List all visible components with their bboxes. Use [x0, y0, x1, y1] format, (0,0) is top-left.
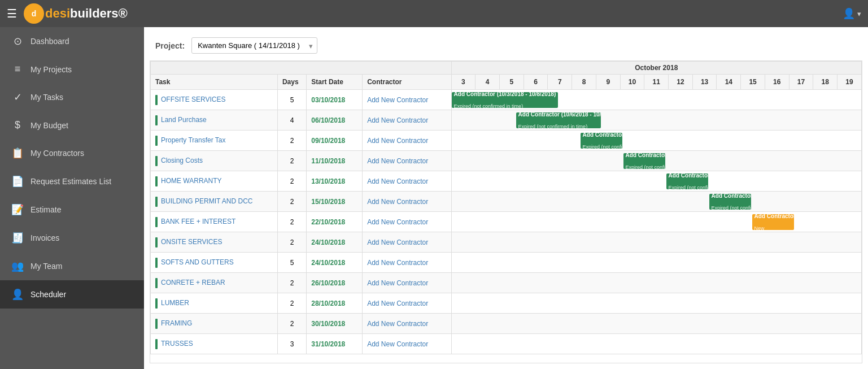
gantt-bar[interactable]: Add Contractor (10/1Expired (not confirm…: [623, 153, 665, 169]
gantt-bar[interactable]: Add Contractor (10/1New: [752, 214, 794, 230]
content-area: Project: Kwanten Square ( 14/11/2018 ) ▾: [144, 27, 868, 369]
logo-text: desibuilders®: [45, 6, 128, 21]
user-dropdown-arrow: ▾: [857, 10, 861, 18]
days-cell: 3: [277, 334, 306, 354]
task-name-cell: TRUSSES: [151, 334, 278, 354]
start-date-cell: 31/10/2018: [307, 334, 363, 354]
contractor-cell[interactable]: Add New Contractor: [363, 253, 451, 273]
day-12: 12: [669, 75, 693, 90]
table-row: OFFSITE SERVICES503/10/2018Add New Contr…: [151, 90, 862, 110]
start-date-cell: 28/10/2018: [307, 293, 363, 314]
sidebar-item-estimate[interactable]: 📝 Estimate: [0, 196, 144, 224]
scheduler-icon: 👤: [11, 288, 24, 301]
start-date-cell: 03/10/2018: [307, 90, 363, 110]
gantt-bar[interactable]: Add Contractor (10/3/2018 - 10/8/2018)Ex…: [452, 92, 558, 108]
day-15: 15: [741, 75, 765, 90]
sidebar-item-label: My Tasks: [30, 93, 63, 102]
month-header: October 2018: [451, 62, 861, 75]
start-date-cell: 11/10/2018: [307, 151, 363, 171]
days-cell: 2: [277, 151, 306, 171]
table-row: ONSITE SERVICES224/10/2018Add New Contra…: [151, 232, 862, 253]
user-menu[interactable]: 👤 ▾: [843, 7, 861, 20]
project-select[interactable]: Kwanten Square ( 14/11/2018 ): [191, 37, 317, 54]
gantt-bar[interactable]: Add Contractor (10/9Expired (not confirm…: [581, 133, 622, 149]
days-cell: 2: [277, 192, 306, 212]
contractor-cell[interactable]: Add New Contractor: [363, 110, 451, 131]
sidebar-item-label: Invoices: [30, 233, 59, 242]
contractor-cell[interactable]: Add New Contractor: [363, 151, 451, 171]
days-cell: 5: [277, 90, 306, 110]
gantt-row-cell: Add Contractor (10/9Expired (not confirm…: [451, 131, 861, 151]
start-date-cell: 09/10/2018: [307, 131, 363, 151]
gantt-bar[interactable]: Add Contractor (10/1Expired (not confirm…: [666, 173, 708, 189]
sidebar-item-scheduler[interactable]: 👤 Scheduler: [0, 280, 144, 309]
day-16: 16: [765, 75, 789, 90]
day-7: 7: [548, 75, 572, 90]
sidebar-item-label: My Contractors: [30, 149, 84, 158]
estimate-icon: 📝: [11, 203, 24, 216]
tasks-icon: ✓: [11, 91, 24, 103]
task-name-cell: FRAMING: [151, 314, 278, 334]
project-select-wrapper[interactable]: Kwanten Square ( 14/11/2018 ) ▾: [191, 37, 317, 54]
contractor-cell[interactable]: Add New Contractor: [363, 334, 451, 354]
gantt-row-cell: [451, 273, 861, 293]
sidebar-item-label: Dashboard: [30, 37, 69, 46]
project-header: Project: Kwanten Square ( 14/11/2018 ) ▾: [144, 27, 868, 60]
sidebar-item-label: My Projects: [30, 65, 72, 74]
sidebar-item-label: Request Estimates List: [30, 177, 111, 186]
day-6: 6: [524, 75, 548, 90]
table-row: Closing Costs211/10/2018Add New Contract…: [151, 151, 862, 171]
contractor-cell[interactable]: Add New Contractor: [363, 314, 451, 334]
task-name-cell: BANK FEE + INTEREST: [151, 212, 278, 232]
contractors-icon: 📋: [11, 147, 24, 159]
sidebar-item-my-tasks[interactable]: ✓ My Tasks: [0, 83, 144, 111]
logo: d desibuilders®: [24, 3, 128, 24]
projects-icon: ≡: [11, 63, 24, 75]
contractor-cell[interactable]: Add New Contractor: [363, 212, 451, 232]
contractor-cell[interactable]: Add New Contractor: [363, 273, 451, 293]
start-date-cell: 15/10/2018: [307, 192, 363, 212]
sidebar-item-dashboard[interactable]: ⊙ Dashboard: [0, 27, 144, 55]
sidebar-item-my-contractors[interactable]: 📋 My Contractors: [0, 139, 144, 167]
table-row: SOFTS AND GUTTERS524/10/2018Add New Cont…: [151, 253, 862, 273]
contractor-cell[interactable]: Add New Contractor: [363, 192, 451, 212]
contractor-cell[interactable]: Add New Contractor: [363, 90, 451, 110]
hamburger-icon[interactable]: ☰: [7, 7, 17, 20]
invoices-icon: 🧾: [11, 232, 24, 244]
day-18: 18: [813, 75, 838, 90]
sidebar-item-invoices[interactable]: 🧾 Invoices: [0, 224, 144, 252]
contractor-cell[interactable]: Add New Contractor: [363, 293, 451, 314]
contractor-cell[interactable]: Add New Contractor: [363, 131, 451, 151]
table-row: FRAMING230/10/2018Add New Contractor: [151, 314, 862, 334]
sidebar-item-request-estimates[interactable]: 📄 Request Estimates List: [0, 167, 144, 196]
gantt-row-cell: Add Contractor (10/1Expired (not confirm…: [451, 192, 861, 212]
estimates-icon: 📄: [11, 175, 24, 188]
sidebar-item-my-budget[interactable]: $ My Budget: [0, 111, 144, 139]
task-name-cell: OFFSITE SERVICES: [151, 90, 278, 110]
contractor-cell[interactable]: Add New Contractor: [363, 171, 451, 192]
user-avatar-icon: 👤: [843, 7, 855, 20]
days-cell: 2: [277, 171, 306, 192]
table-row: Property Transfer Tax209/10/2018Add New …: [151, 131, 862, 151]
sidebar-item-my-projects[interactable]: ≡ My Projects: [0, 55, 144, 83]
gantt-row-cell: Add Contractor (10/1Expired (not confirm…: [451, 151, 861, 171]
sidebar-item-label: Scheduler: [30, 290, 66, 299]
task-name-cell: Closing Costs: [151, 151, 278, 171]
day-13: 13: [692, 75, 717, 90]
scheduler-container[interactable]: October 2018 Task Days Start Date Contra…: [150, 60, 862, 363]
contractor-col-header: Contractor: [363, 75, 451, 90]
sidebar: ⊙ Dashboard ≡ My Projects ✓ My Tasks $ M…: [0, 27, 144, 369]
start-date-cell: 24/10/2018: [307, 232, 363, 253]
gantt-row-cell: Add Contractor (10/1Expired (not confirm…: [451, 171, 861, 192]
sidebar-item-my-team[interactable]: 👥 My Team: [0, 252, 144, 280]
contractor-cell[interactable]: Add New Contractor: [363, 232, 451, 253]
gantt-row-cell: [451, 314, 861, 334]
days-cell: 2: [277, 232, 306, 253]
gantt-bar[interactable]: Add Contractor (10/6/2018 - 10/10Expired…: [516, 112, 601, 128]
gantt-row-cell: [451, 334, 861, 354]
sidebar-item-label: My Team: [30, 262, 63, 271]
days-cell: 2: [277, 314, 306, 334]
days-cell: 2: [277, 131, 306, 151]
gantt-bar[interactable]: Add Contractor (10/1Expired (not confirm…: [709, 194, 751, 210]
task-name-cell: Property Transfer Tax: [151, 131, 278, 151]
